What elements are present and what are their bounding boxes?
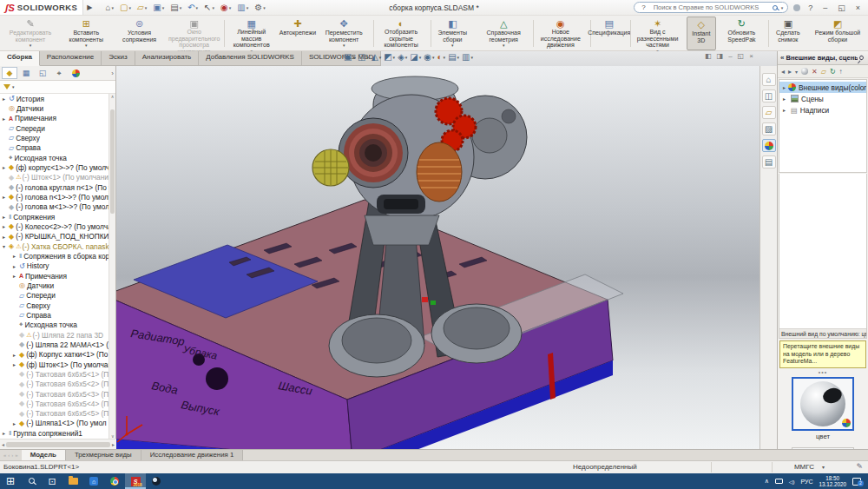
search-input[interactable] [652, 3, 769, 12]
tab-last-icon[interactable]: » [15, 453, 17, 458]
task-pane-tool-icon[interactable] [812, 68, 818, 76]
status-units[interactable]: ММГС [794, 463, 814, 471]
tree-item[interactable]: ⚠ (-) Хатка СБОРКА. nanask [0, 241, 109, 251]
tree-filter-row[interactable]: ▾ [0, 81, 115, 94]
tree-item[interactable]: ⚠ (-) КРЫШКА_ПОД_КНОПКИ<1> [0, 232, 109, 241]
quick-access-button[interactable]: ▾ [218, 2, 233, 13]
tree-item[interactable]: ⚠ (ф) Корпус хатки<1> (По умолчанию) [0, 350, 109, 360]
task-pane-tool-icon[interactable] [801, 68, 808, 75]
tree-item[interactable]: ⚠ Сопряжения в сборка корпуса [0, 251, 109, 261]
tab-scroll-buttons[interactable]: « ‹ › » [0, 450, 22, 460]
taskbar-app-button[interactable] [62, 473, 83, 489]
expand-arrow-icon[interactable] [3, 116, 9, 122]
help-button[interactable]: ? [806, 3, 815, 12]
doc-restore-button[interactable]: ◱ [738, 52, 745, 60]
quick-access-button[interactable]: ▾ [135, 2, 149, 13]
doc-minimize-button[interactable]: – [728, 52, 732, 60]
tree-item[interactable]: ⚠ Спереди [0, 123, 109, 133]
quick-access-button[interactable]: ▾ [234, 2, 251, 13]
notification-center-icon[interactable]: 2 [852, 478, 861, 486]
tree-item[interactable]: ⚠ (ф) Шток<1> (По умолчанию) [0, 360, 109, 369]
tree-item[interactable]: ⚠ Исходная точка [0, 320, 109, 330]
assembly-3d-model[interactable]: Радиатор Убрака Вода Выпуск Шасси [116, 66, 760, 449]
quick-access-button[interactable]: ▾ [117, 2, 134, 13]
quick-access-button[interactable]: ▾ [102, 2, 116, 13]
solidworks-logo[interactable]: ʃS SOLIDWORKS [0, 0, 83, 15]
taskbar-app-button[interactable] [0, 473, 21, 489]
tree-item[interactable]: ⚠ (-) голова круглая n<1> (По умолчанию) [0, 182, 109, 192]
view-toolbar-button[interactable]: ▾ [398, 52, 407, 62]
expand-arrow-icon[interactable] [13, 352, 19, 358]
expand-arrow-icon[interactable] [3, 214, 9, 220]
tree-item[interactable]: ⚠ (-) Тактовая 6х6х5<4> (По умолчанию) [0, 399, 109, 408]
document-tab[interactable]: Исследование движения 1 [141, 450, 244, 460]
tab-next-icon[interactable]: › [11, 453, 13, 458]
ribbon-button[interactable]: Справочная геометрия [476, 17, 532, 50]
command-tab[interactable]: Расположение [40, 51, 102, 66]
taskbar-app-button[interactable]: S2018 [125, 473, 146, 489]
tree-item[interactable]: ⚠ Примечания [0, 114, 109, 123]
view-toolbar-button[interactable]: ▾ [372, 52, 381, 62]
ribbon-button[interactable]: Элементы сборки [430, 17, 475, 50]
panel-tab[interactable] [68, 67, 83, 79]
command-tab[interactable]: Добавления SOLIDWORKS [199, 51, 302, 66]
tree-item[interactable]: ⚠ Сверху [0, 301, 109, 310]
search-icon[interactable] [773, 5, 778, 10]
ribbon-button[interactable]: Спецификация [589, 17, 629, 50]
language-indicator[interactable]: РУС [800, 479, 812, 485]
tree-item[interactable]: ⚠ (ф) корпус<1>->? (По умолчанию) [0, 162, 109, 172]
view-toolbar-button[interactable]: ▾ [410, 52, 421, 62]
expand-arrow-icon[interactable] [3, 96, 9, 102]
quick-access-button[interactable]: ▾ [201, 2, 217, 13]
restore-button[interactable]: ◱ [835, 3, 848, 12]
ribbon-button[interactable]: Instant 3D [687, 17, 717, 50]
tree-item[interactable]: ⚠ Сопряжения [0, 212, 109, 221]
task-pane-tab[interactable] [762, 139, 776, 152]
quick-access-button[interactable]: ▾ [168, 2, 184, 13]
tree-item[interactable]: ⚠ (-) Тактовая 6х6х5<1> (По умолчанию) [0, 369, 109, 379]
expand-arrow-icon[interactable] [3, 194, 9, 200]
task-pane-tab[interactable] [762, 89, 776, 102]
tree-item[interactable]: ⚠ Спереди [0, 291, 109, 301]
ribbon-button[interactable]: Условия сопряжения [114, 17, 166, 50]
taskbar-app-button[interactable] [146, 473, 167, 489]
panel-tab[interactable] [2, 67, 17, 79]
task-pane-tab[interactable] [762, 73, 776, 86]
close-button[interactable]: × [853, 3, 863, 12]
expand-arrow-icon[interactable]: ▸ [783, 107, 788, 113]
appearances-tree-item[interactable]: ▸ Внешние виды(color) [779, 82, 866, 93]
tree-horizontal-scrollbar[interactable]: ◂▸ [0, 439, 116, 449]
tree-item[interactable]: ⚠ Примечания [0, 271, 109, 281]
quick-access-button[interactable]: ▾ [185, 2, 201, 13]
tab-prev-icon[interactable]: ‹ [8, 453, 10, 458]
expand-arrow-icon[interactable]: ▸ [783, 96, 788, 102]
taskbar-app-button[interactable] [42, 473, 62, 489]
expand-arrow-icon[interactable] [13, 253, 19, 259]
expand-arrow-icon[interactable] [13, 420, 19, 426]
quick-access-button[interactable]: ▾ [150, 2, 167, 13]
task-pane-tool-icon[interactable] [830, 68, 836, 76]
ribbon-button[interactable]: Вид с разнесенными частями [629, 17, 687, 50]
tag-editor-icon[interactable]: ✎ [856, 462, 863, 471]
tree-item[interactable]: ⚠ (-) Шляпа1<1> (По умол [0, 419, 109, 428]
expand-arrow-icon[interactable] [3, 234, 9, 240]
help-search-box[interactable]: ? ▾ [634, 2, 788, 13]
tree-item[interactable]: ⚠ Справа [0, 310, 109, 320]
panel-tabs-overflow[interactable]: › [111, 69, 114, 77]
units-dropdown-caret[interactable]: ▾ [822, 464, 825, 470]
task-pane-tab[interactable] [762, 122, 776, 135]
tree-item[interactable]: ⚠ (-) Тактовая 6х6х5<3> (По умолчанию) [0, 389, 109, 399]
command-tab[interactable]: Анализировать [135, 51, 200, 66]
task-pane-tool-icon[interactable] [795, 68, 798, 76]
network-icon[interactable] [775, 479, 783, 484]
tree-item[interactable]: ⚠ (-) Шляпа 22 папа 3D [0, 330, 109, 340]
panel-tab[interactable] [35, 67, 50, 79]
ribbon-button[interactable]: Автокрепежи [280, 17, 315, 50]
expand-arrow-icon[interactable] [3, 164, 9, 170]
tree-vertical-scrollbar[interactable]: ∧∨ [108, 94, 115, 439]
view-toolbar-button[interactable]: ▾ [358, 52, 369, 62]
task-pane-tab[interactable] [762, 155, 776, 169]
document-tab[interactable]: Модель [22, 450, 66, 460]
minimize-button[interactable]: – [820, 3, 830, 12]
scroll-left-icon[interactable]: ◂ [2, 441, 4, 447]
